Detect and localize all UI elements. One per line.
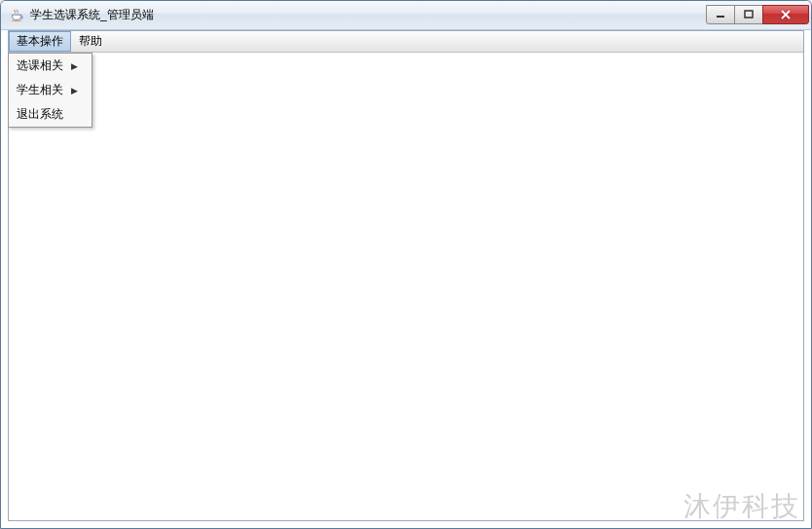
menu-label: 基本操作 — [17, 33, 63, 50]
menu-help[interactable]: 帮助 — [71, 31, 110, 52]
menubar: 基本操作 帮助 选课相关 ▶ 学生相关 ▶ 退出系统 — [9, 31, 803, 53]
menu-basic-operations[interactable]: 基本操作 — [9, 31, 71, 52]
dropdown-exit-system[interactable]: 退出系统 — [9, 102, 92, 127]
svg-point-0 — [12, 19, 22, 21]
window-title: 学生选课系统_管理员端 — [30, 7, 707, 23]
dropdown-menu: 选课相关 ▶ 学生相关 ▶ 退出系统 — [8, 53, 92, 128]
dropdown-label: 选课相关 — [17, 57, 63, 74]
dropdown-label: 学生相关 — [17, 82, 63, 98]
chevron-right-icon: ▶ — [71, 61, 78, 71]
minimize-button[interactable] — [706, 5, 735, 24]
dropdown-course-related[interactable]: 选课相关 ▶ — [9, 54, 92, 78]
dropdown-student-related[interactable]: 学生相关 ▶ — [9, 78, 92, 102]
window-controls — [707, 5, 809, 24]
maximize-button[interactable] — [734, 5, 763, 24]
titlebar[interactable]: 学生选课系统_管理员端 — [1, 1, 811, 30]
application-window: 学生选课系统_管理员端 基本操作 帮助 选课相关 ▶ — [0, 0, 812, 529]
dropdown-label: 退出系统 — [17, 106, 63, 123]
client-area — [9, 53, 803, 520]
close-button[interactable] — [762, 5, 809, 24]
menu-label: 帮助 — [79, 33, 102, 50]
java-icon — [9, 8, 24, 23]
chevron-right-icon: ▶ — [71, 86, 78, 95]
inner-frame: 基本操作 帮助 选课相关 ▶ 学生相关 ▶ 退出系统 — [8, 30, 804, 521]
svg-rect-2 — [745, 11, 753, 18]
